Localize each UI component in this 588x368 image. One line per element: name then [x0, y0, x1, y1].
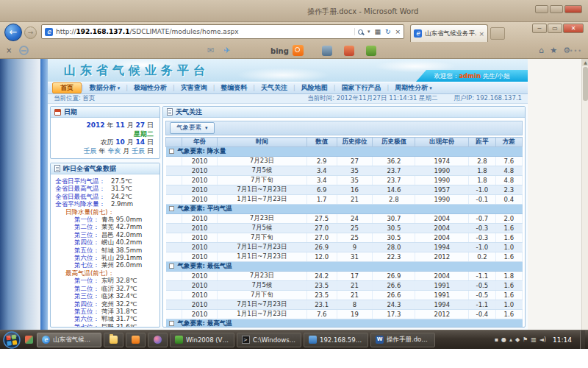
- refresh-icon[interactable]: ↻: [385, 28, 391, 35]
- table-row[interactable]: 20101月1日~7月23日7.61917.32012-0.41.6: [166, 310, 523, 319]
- network-icon[interactable]: ▥: [531, 336, 537, 344]
- taskbar-button-vm[interactable]: Win2008 (VS2...: [170, 333, 234, 347]
- table-row[interactable]: 20107月下旬23.52126.61991-0.51.6: [166, 291, 523, 300]
- search-icon[interactable]: [358, 29, 363, 35]
- table-row[interactable]: 20107月1日~7月23日6.91614.61957-1.02.3: [166, 185, 523, 195]
- volume-icon[interactable]: ◄): [539, 336, 546, 344]
- tab-close-icon[interactable]: ×: [478, 30, 484, 38]
- taskbar-button-app-media[interactable]: [148, 333, 168, 347]
- scrollbar-thumb[interactable]: [583, 67, 588, 101]
- taskbar-button-cmd[interactable]: C:\Windows\s...: [237, 333, 301, 347]
- nav-item-1[interactable]: 首页: [52, 82, 82, 93]
- table-cell: -0.7: [469, 214, 495, 224]
- table-row[interactable]: 20107月5候27.02530.52004-0.31.6: [166, 224, 523, 233]
- taskbar-button-label: C:\Windows\s...: [253, 336, 296, 344]
- table-cell: 27.0: [306, 233, 337, 243]
- taskbar-button-ie[interactable]: 山东省气候业...: [37, 333, 101, 347]
- taskbar-button-pinned[interactable]: [24, 333, 35, 347]
- table-toolbar: 气象要素 ▾: [165, 121, 523, 135]
- back-button[interactable]: ←: [4, 24, 22, 41]
- show-hidden-icon[interactable]: ▴: [509, 336, 512, 344]
- send-page-icon[interactable]: ✈: [223, 46, 230, 55]
- close-toolbar-icon[interactable]: ×: [6, 46, 12, 54]
- home-icon[interactable]: ⌂: [539, 46, 544, 55]
- blocked-icon[interactable]: [19, 46, 29, 55]
- scroll-up-icon[interactable]: ▲: [582, 59, 588, 66]
- table-cell: 2010: [182, 166, 218, 176]
- table-row[interactable]: 20107月下旬27.02530.52004-0.31.6: [166, 233, 523, 243]
- close-button[interactable]: [564, 5, 582, 13]
- pinned-icon: [25, 336, 33, 344]
- table-row[interactable]: 20107月1日~7月23日23.1824.31994-1.11.0: [166, 300, 523, 310]
- welcome-username: admin: [459, 72, 481, 79]
- action-center-icon[interactable]: ⚑: [523, 336, 528, 344]
- minimize-button[interactable]: [535, 5, 548, 13]
- table-row[interactable]: 20101月1日~7月23日12.03122.320120.21.6: [166, 252, 523, 262]
- nav-item-9[interactable]: 周期性分析▾: [389, 82, 438, 93]
- close-button[interactable]: ✕: [563, 24, 584, 33]
- content: 日期 2012 年 11 月 27 日星期二农历 10 月 14 日壬辰 年 辛…: [48, 104, 528, 330]
- nav-item-3[interactable]: 极端性分析: [128, 82, 173, 93]
- nav-item-8[interactable]: 国家下行产品: [335, 82, 387, 93]
- taskbar-clock[interactable]: 11:14: [553, 336, 572, 344]
- forward-button[interactable]: →: [24, 26, 37, 39]
- taskbar-button-app-orange[interactable]: [126, 333, 146, 347]
- table-row[interactable]: 20107月23日24.21726.92004-1.11.8: [166, 272, 523, 281]
- calendar-icon: [54, 109, 61, 116]
- more-options-icon[interactable]: •••: [570, 48, 582, 54]
- group-checkbox[interactable]: [169, 321, 174, 326]
- nav-item-2[interactable]: 数据分析▾: [84, 82, 126, 93]
- nav-item-7[interactable]: 风险地图: [295, 82, 334, 93]
- nav-item-6[interactable]: 天气关注: [255, 82, 293, 93]
- paint-addon-icon[interactable]: [344, 46, 354, 56]
- nav-item-4[interactable]: 灾害查询: [175, 82, 213, 93]
- taskbar-button-rdp[interactable]: 192.168.59.99...: [304, 333, 368, 347]
- date-panel: 日期 2012 年 11 月 27 日星期二农历 10 月 14 日壬辰 年 辛…: [50, 106, 160, 159]
- maximize-button[interactable]: [550, 5, 563, 13]
- minimize-button[interactable]: ─: [532, 24, 547, 33]
- table-row[interactable]: 20101月1日~7月23日1.7212.81990-0.10.4: [166, 195, 523, 205]
- table-row[interactable]: 20107月5候23.52126.61991-0.51.6: [166, 281, 523, 291]
- show-desktop-button[interactable]: [580, 330, 585, 350]
- page-header: 山东省气候业务平台 欢迎您：admin 先生/小姐: [48, 59, 528, 82]
- compatibility-view-icon[interactable]: ▦: [374, 28, 381, 35]
- table-row[interactable]: 20107月23日27.52430.72004-0.72.0: [166, 214, 523, 224]
- nav-item-5[interactable]: 整编资料: [215, 82, 253, 93]
- safety-center-icon[interactable]: ●: [501, 336, 506, 344]
- group-checkbox[interactable]: [169, 149, 174, 154]
- bing-logo[interactable]: bing: [270, 47, 289, 55]
- table-cell: 27: [337, 157, 373, 166]
- stop-icon[interactable]: ×: [395, 28, 401, 35]
- browser-tab[interactable]: e 山东省气候业务平... ×: [410, 24, 488, 42]
- table-row[interactable]: 20107月1日~7月23日26.9928.01994-1.01.0: [166, 243, 523, 252]
- taskbar-button-word[interactable]: 操作手册.docx -...: [370, 333, 435, 347]
- address-bar[interactable]: e http://192.168.137.1/SDCLIMATE/modules…: [41, 24, 404, 39]
- bing-search-icon[interactable]: [293, 45, 304, 56]
- table-cell: 27.5: [306, 214, 337, 224]
- input-indicator-icon[interactable]: ▪: [494, 336, 498, 344]
- table-row[interactable]: 20107月下旬3.43523.719901.84.8: [166, 176, 523, 185]
- group-checkbox[interactable]: [169, 263, 174, 269]
- mail-icon[interactable]: ✉: [207, 46, 214, 55]
- table-row[interactable]: 20107月5候3.43523.719901.84.8: [166, 166, 523, 176]
- camera-addon-icon[interactable]: [322, 46, 332, 56]
- taskbar-button-label: 山东省气候业...: [53, 336, 96, 344]
- chevron-down-icon: ▾: [118, 85, 121, 91]
- table-row[interactable]: 20107月23日2.92736.219742.87.6: [166, 157, 523, 166]
- element-dropdown-button[interactable]: 气象要素 ▾: [170, 122, 215, 134]
- maximize-button[interactable]: ▭: [548, 24, 562, 33]
- rdp-icon: [309, 336, 317, 344]
- taskbar-button-folder[interactable]: [104, 333, 123, 347]
- puzzle-addon-icon[interactable]: [366, 46, 376, 56]
- table-cell: -1.0: [469, 243, 495, 252]
- vertical-scrollbar[interactable]: ▲: [581, 59, 588, 330]
- new-tab-button[interactable]: [490, 27, 505, 40]
- status-bar: 当前位置: 首页 当前时间: 2012年11月27日 11:14:31 星期二 …: [48, 94, 528, 104]
- start-button[interactable]: [3, 331, 21, 349]
- favorites-star-icon[interactable]: ★: [550, 46, 557, 55]
- table-cell: -1.1: [469, 272, 495, 281]
- group-checkbox[interactable]: [169, 206, 174, 211]
- updater-icon[interactable]: ◆: [515, 336, 520, 344]
- search-dropdown-icon[interactable]: ▾: [368, 29, 370, 35]
- table-cell: 2.0: [495, 214, 522, 224]
